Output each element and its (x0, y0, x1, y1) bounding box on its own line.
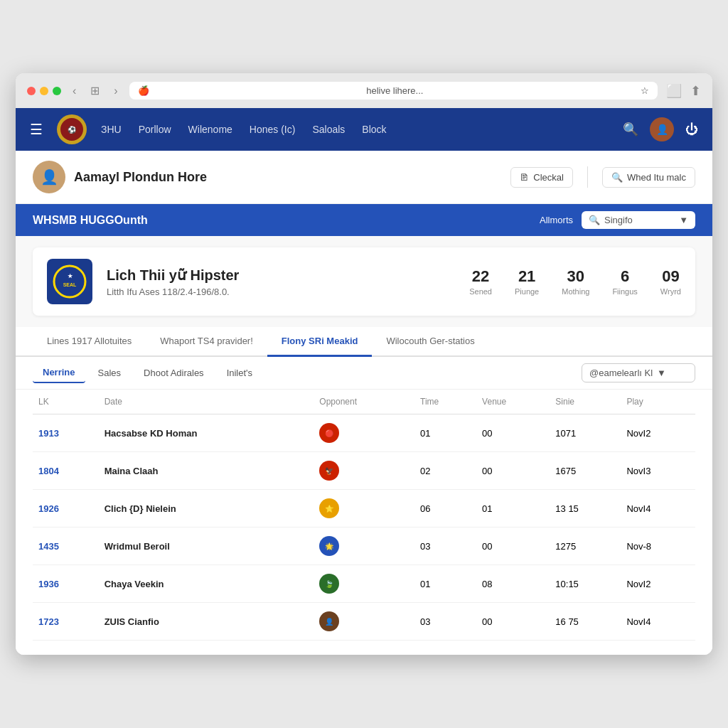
row-venue: 00 (476, 452, 550, 490)
back-button[interactable]: ‹ (70, 83, 79, 99)
traffic-lights (27, 87, 61, 95)
row-id[interactable]: 1723 (38, 616, 59, 627)
stat-wryrd-label: Wryrd (660, 287, 681, 296)
star-icon[interactable]: ☆ (641, 85, 649, 96)
tab-whaport[interactable]: Whaport TS4 pravider! (146, 327, 267, 357)
row-play: NovI3 (621, 452, 695, 490)
row-play: NovI2 (621, 565, 695, 603)
team-stats: 22 Sened 21 Piunge 30 Mothing 6 Fiingus (469, 267, 681, 296)
stat-fiingus-value: 6 (612, 267, 637, 286)
col-opponent: Opponent (314, 390, 414, 414)
row-time: 02 (414, 452, 476, 490)
tab-lines[interactable]: Lines 1917 Allotuites (33, 327, 146, 357)
nav-search-icon[interactable]: 🔍 (623, 122, 638, 137)
filter-text: @eamelearlı Kl (589, 368, 653, 378)
maximize-button[interactable] (53, 87, 61, 95)
profile-header: 👤 Aamayl Plondun Hore 🖹 Cleckal 🔍 Whed I… (16, 151, 712, 204)
row-id[interactable]: 1913 (38, 428, 59, 439)
nav-link-wilenome[interactable]: Wilenome (188, 124, 232, 135)
stat-fiingus: 6 Fiingus (612, 267, 637, 296)
tab-flony[interactable]: Flony ЅRi Meakid (267, 327, 373, 357)
nav-link-saloals[interactable]: Saloals (312, 124, 345, 135)
table-row: 1723 ZUIS Cianfio 👤 03 00 16 75 NovI4 (33, 603, 695, 641)
row-name: Hacsabse KD Homan (105, 428, 198, 439)
table-row: 1435 Wridmul Beroil 🌟 03 00 1275 Nov-8 (33, 528, 695, 565)
close-button[interactable] (27, 87, 36, 95)
tab-sales[interactable]: Sales (88, 363, 132, 382)
page-icon[interactable]: ⬜ (666, 83, 682, 99)
row-time: 03 (414, 603, 476, 641)
row-time: 03 (414, 528, 476, 565)
table-row: 1926 Clich {D} Nielein ⭐ 06 01 13 15 Nov… (33, 490, 695, 528)
row-play: NovI4 (621, 490, 695, 528)
row-venue: 00 (476, 414, 550, 452)
opponent-logo: 🔴 (319, 423, 339, 443)
row-play: Nov-8 (621, 528, 695, 565)
nav-power-icon[interactable]: ⏻ (685, 122, 698, 137)
col-play: Play (621, 390, 695, 414)
share-icon[interactable]: ⬆ (690, 83, 701, 99)
whed-icon: 🔍 (611, 172, 623, 183)
row-sinie: 16 75 (550, 603, 621, 641)
forward-button[interactable]: › (111, 83, 120, 99)
stat-wryrd: 09 Wryrd (660, 267, 681, 296)
row-id[interactable]: 1804 (38, 466, 59, 476)
whed-button[interactable]: 🔍 Whed Itu malc (602, 167, 695, 188)
row-venue: 00 (476, 528, 550, 565)
stat-sened-label: Sened (469, 287, 492, 296)
team-info: Lich Thii yữ Hipster Litth Ifu Ases 118/… (107, 267, 455, 297)
address-bar[interactable]: 🍎 helive lihere... ☆ (129, 82, 658, 100)
stat-fiingus-label: Fiingus (612, 287, 637, 296)
tab-wilocouth[interactable]: Wilocouth Ger-statios (372, 327, 488, 357)
cleckal-label: Cleckal (533, 172, 564, 183)
svg-text:SEAL: SEAL (63, 282, 77, 287)
banner-search-icon: 🔍 (589, 215, 600, 225)
table-row: 1936 Chaya Veekin 🍃 01 08 10:15 NovI2 (33, 565, 695, 603)
nav-links: ЗΗU Porllow Wilenome Hones (Ic) Saloals … (101, 124, 609, 135)
tab-nerrine[interactable]: Nerrine (33, 363, 85, 383)
tab-dhoot[interactable]: Dhoot Adirales (134, 363, 214, 382)
row-id[interactable]: 1435 (38, 541, 59, 552)
dropdown-chevron-icon: ▼ (657, 368, 666, 378)
row-venue: 01 (476, 490, 550, 528)
banner-filter-label: Allmorts (540, 215, 573, 225)
tab-inilet[interactable]: Inilet's (217, 363, 262, 382)
row-play: NovI2 (621, 414, 695, 452)
matches-table: LK Date Opponent Time Venue Sinie Play 1… (33, 390, 695, 641)
opponent-logo: ⭐ (319, 498, 339, 518)
tabs-secondary: Nerrine Sales Dhoot Adirales Inilet's @e… (16, 357, 712, 390)
row-time: 01 (414, 414, 476, 452)
app-logo: ⚽ (57, 114, 87, 144)
row-id[interactable]: 1936 (38, 579, 59, 589)
cleckal-button[interactable]: 🖹 Cleckal (510, 167, 573, 188)
stat-sened-value: 22 (469, 267, 492, 286)
row-sinie: 1675 (550, 452, 621, 490)
nav-actions: 🔍 👤 ⏻ (623, 117, 698, 141)
row-play: NovI4 (621, 603, 695, 641)
row-sinie: 10:15 (550, 565, 621, 603)
nav-avatar[interactable]: 👤 (650, 117, 674, 141)
row-name: Maina Claah (105, 466, 159, 476)
nav-link-block[interactable]: Block (362, 124, 386, 135)
table-filter-dropdown[interactable]: @eamelearlı Kl ▼ (582, 363, 695, 382)
divider (587, 166, 588, 188)
nav-link-hones[interactable]: Hones (Ic) (250, 124, 296, 135)
hamburger-menu[interactable]: ☰ (30, 121, 43, 138)
row-name: Chaya Veekin (105, 579, 164, 589)
row-id[interactable]: 1926 (38, 503, 59, 514)
col-sinie: Sinie (550, 390, 621, 414)
banner-search-input[interactable]: 🔍 Singifo ▼ (582, 211, 695, 229)
minimize-button[interactable] (40, 87, 48, 95)
nav-link-porllow[interactable]: Porllow (139, 124, 171, 135)
opponent-logo: 🍃 (319, 574, 339, 594)
tab-button[interactable]: ⊞ (87, 82, 102, 99)
stat-mothing-label: Mothing (562, 287, 589, 296)
col-venue: Venue (476, 390, 550, 414)
svg-point-0 (54, 266, 85, 297)
stat-piunge-value: 21 (515, 267, 539, 286)
nav-link-zhu[interactable]: ЗΗU (101, 124, 122, 135)
opponent-logo: 🦅 (319, 461, 339, 481)
svg-text:★: ★ (68, 273, 73, 279)
banner-dropdown-icon[interactable]: ▼ (679, 215, 688, 225)
logo-inner: ⚽ (58, 116, 85, 143)
